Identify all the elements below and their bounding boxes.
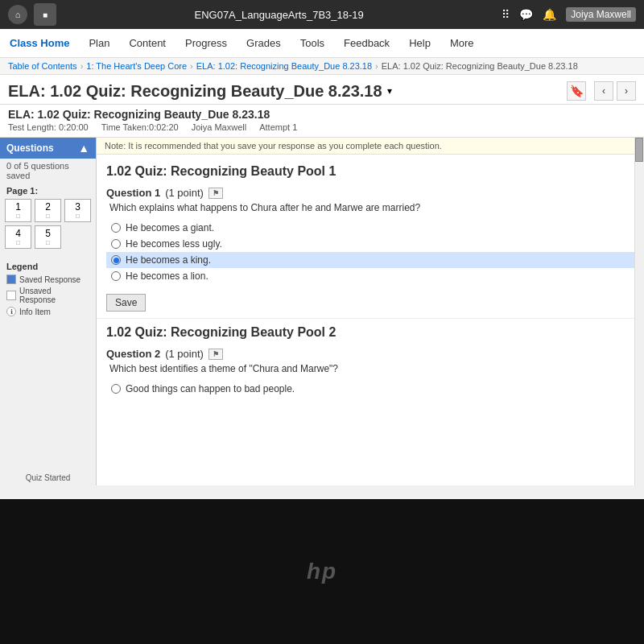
legend-saved-icon <box>6 275 16 284</box>
grid-icon[interactable]: ⠿ <box>502 8 510 21</box>
right-panel: Note: It is recommended that you save yo… <box>97 138 644 485</box>
dropdown-arrow-icon[interactable]: ▾ <box>387 85 392 97</box>
question-1-text: Which explains what happens to Chura aft… <box>106 202 634 213</box>
quiz-started-label: Quiz Started <box>0 470 96 485</box>
question-btn-1[interactable]: 1□ <box>5 199 31 222</box>
question-2-section: Question 2 (1 point) ⚑ Which best identi… <box>97 345 644 400</box>
nav-progress[interactable]: Progress <box>182 35 230 51</box>
nav-feedback[interactable]: Feedback <box>341 35 393 51</box>
time-taken: Time Taken:0:02:20 <box>101 122 179 132</box>
question-2-label: Question 2 (1 point) ⚑ <box>106 348 634 360</box>
nav-more[interactable]: More <box>447 35 477 51</box>
legend-saved: Saved Response <box>6 275 89 284</box>
test-length: Test Length: 0:20:00 <box>8 122 89 132</box>
nav-tools[interactable]: Tools <box>297 35 328 51</box>
page-title: ELA: 1.02 Quiz: Recognizing Beauty_Due 8… <box>8 82 382 101</box>
quiz-title: ELA: 1.02 Quiz: Recognizing Beauty_Due 8… <box>8 108 636 121</box>
note-bar: Note: It is recommended that you save yo… <box>97 138 644 155</box>
questions-label: Questions <box>6 142 54 154</box>
question-btn-3[interactable]: 3□ <box>64 199 91 222</box>
question-btn-2[interactable]: 2□ <box>35 199 61 222</box>
nav-class-home[interactable]: Class Home <box>6 35 72 51</box>
nav-content[interactable]: Content <box>126 35 169 51</box>
legend-info-icon: ℹ <box>6 307 16 316</box>
nav-help[interactable]: Help <box>406 35 434 51</box>
quiz-meta: Test Length: 0:20:00 Time Taken:0:02:20 … <box>8 122 636 132</box>
pool2-title: 1.02 Quiz: Recognizing Beauty Pool 2 <box>97 318 644 345</box>
prev-button[interactable]: ‹ <box>594 81 613 101</box>
scrollbar-thumb[interactable] <box>635 138 643 162</box>
flag-question-1[interactable]: ⚑ <box>208 188 223 199</box>
top-bar-actions: ⠿ 💬 🔔 Joiya Maxwell <box>502 7 636 22</box>
legend-unsaved: Unsaved Response <box>6 287 89 304</box>
nav-grades[interactable]: Grades <box>243 35 284 51</box>
radio-2-1[interactable] <box>111 384 121 394</box>
hp-logo: hp <box>307 559 337 584</box>
legend-info: ℹ Info Item <box>6 307 89 316</box>
nav-plan[interactable]: Plan <box>85 35 113 51</box>
main-content: Questions ▲ 0 of 5 questions saved Page … <box>0 138 644 485</box>
breadcrumb-current: ELA: 1.02 Quiz: Recognizing Beauty_Due 8… <box>382 61 578 71</box>
flag-question-2[interactable]: ⚑ <box>208 349 223 360</box>
radio-filled <box>114 258 119 263</box>
bezel-bottom: hp <box>0 499 644 644</box>
questions-header: Questions ▲ <box>0 138 96 159</box>
question-1-section: Question 1 (1 point) ⚑ Which explains wh… <box>97 184 644 287</box>
breadcrumb-assignment[interactable]: ELA: 1.02: Recognizing Beauty_Due 8.23.1… <box>196 61 372 71</box>
questions-count: 0 of 5 questions saved <box>0 159 96 183</box>
top-bar: ⌂ ■ ENG07A_LanguageArts_7B3_18-19 ⠿ 💬 🔔 … <box>0 0 644 29</box>
legend-title: Legend <box>6 262 89 271</box>
answer-1-option-2[interactable]: He becomes less ugly. <box>106 236 634 252</box>
app-title: ENG07A_LanguageArts_7B3_18-19 <box>63 9 495 21</box>
answer-1-option-1[interactable]: He becomes a giant. <box>106 220 634 236</box>
question-btn-4[interactable]: 4□ <box>5 225 31 249</box>
bell-icon[interactable]: 🔔 <box>543 8 556 21</box>
radio-1-1[interactable] <box>111 223 121 233</box>
nav-bar: Class Home Plan Content Progress Grades … <box>0 29 644 58</box>
home-icon[interactable]: ⌂ <box>8 5 27 24</box>
radio-1-4[interactable] <box>111 271 121 281</box>
quiz-header: ELA: 1.02 Quiz: Recognizing Beauty_Due 8… <box>0 105 644 138</box>
page-label: Page 1: <box>0 183 96 197</box>
answer-1-option-3[interactable]: He becomes a king. <box>106 252 634 268</box>
radio-1-2[interactable] <box>111 239 121 249</box>
left-panel: Questions ▲ 0 of 5 questions saved Page … <box>0 138 97 485</box>
question-1-label: Question 1 (1 point) ⚑ <box>106 187 634 199</box>
breadcrumb-unit[interactable]: 1: The Heart's Deep Core <box>86 61 187 71</box>
breadcrumb: Table of Contents › 1: The Heart's Deep … <box>0 58 644 75</box>
scrollbar-track <box>634 138 644 485</box>
chat-icon[interactable]: 💬 <box>519 8 533 21</box>
pool1-title: 1.02 Quiz: Recognizing Beauty Pool 1 <box>97 155 644 184</box>
app-icon: ■ <box>34 3 56 26</box>
question-2-text: Which best identifies a theme of "Chura … <box>106 363 634 374</box>
page-title-bar: ELA: 1.02 Quiz: Recognizing Beauty_Due 8… <box>0 75 644 105</box>
user-avatar[interactable]: Joiya Maxwell <box>566 7 636 22</box>
answer-2-option-1[interactable]: Good things can happen to bad people. <box>106 381 634 397</box>
save-button[interactable]: Save <box>106 294 146 312</box>
bookmark-button[interactable]: 🔖 <box>567 81 586 101</box>
question-btn-5[interactable]: 5□ <box>35 225 61 249</box>
breadcrumb-toc[interactable]: Table of Contents <box>8 61 77 71</box>
radio-1-3[interactable] <box>111 255 121 265</box>
legend-unsaved-icon <box>6 291 16 300</box>
legend-section: Legend Saved Response Unsaved Response ℹ… <box>0 257 96 324</box>
next-button[interactable]: › <box>617 81 636 101</box>
answer-1-option-4[interactable]: He becomes a lion. <box>106 268 634 284</box>
student-name: Joiya Maxwell <box>192 122 246 132</box>
collapse-icon[interactable]: ▲ <box>78 142 89 155</box>
attempt: Attempt 1 <box>259 122 297 132</box>
question-grid: 1□ 2□ 3□ 4□ 5□ <box>0 197 96 254</box>
